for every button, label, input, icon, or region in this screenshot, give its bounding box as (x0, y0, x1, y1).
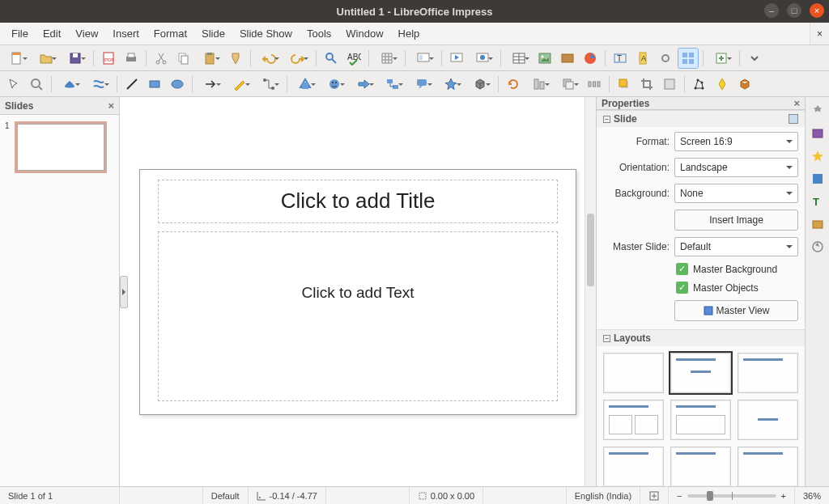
window-minimize-button[interactable]: – (764, 3, 779, 18)
sidebar-tab-master-slides[interactable] (809, 170, 827, 188)
status-object-size[interactable]: 0.00 x 0.00 (410, 487, 483, 504)
connector-button[interactable] (255, 74, 283, 95)
status-cursor-position[interactable]: -0.14 / -4.77 (249, 487, 326, 504)
layout-blank[interactable] (603, 353, 664, 393)
polygon-edit-button[interactable] (689, 74, 710, 95)
callouts-button[interactable] (408, 74, 436, 95)
master-view-button[interactable]: Master View (674, 300, 798, 321)
arrow-line-button[interactable] (197, 74, 224, 95)
format-combo[interactable]: Screen 16:9 (674, 132, 798, 151)
orientation-combo[interactable]: Landscape (674, 158, 798, 177)
menu-slide[interactable]: Slide (195, 24, 232, 43)
menu-tools[interactable]: Tools (300, 24, 338, 43)
menu-file[interactable]: File (5, 24, 35, 43)
layout-opt-9[interactable] (738, 447, 798, 487)
sidebar-tab-styles[interactable]: T (809, 193, 827, 210)
image-button[interactable] (534, 48, 555, 69)
slide-canvas[interactable]: Click to add Title Click to add Text (139, 169, 576, 415)
grid-button[interactable] (373, 48, 401, 69)
layout-two-content[interactable] (603, 400, 664, 440)
sidebar-tab-properties[interactable] (809, 102, 827, 120)
insert-image-button[interactable]: Insert Image (674, 210, 798, 231)
textbox-button[interactable]: T (610, 48, 631, 69)
basic-shapes-button[interactable] (291, 74, 319, 95)
scrollbar-thumb[interactable] (587, 214, 594, 286)
spellcheck-button[interactable]: ABC (343, 48, 364, 69)
master-slide-combo[interactable]: Default (674, 237, 798, 256)
views-grid-button[interactable] (678, 48, 699, 69)
status-zoom-slider[interactable]: − + (669, 487, 795, 504)
layouts-section-header[interactable]: – Layouts (597, 330, 805, 346)
new-slide-button[interactable] (708, 48, 735, 69)
window-maximize-button[interactable]: □ (787, 3, 801, 18)
slide-section-header[interactable]: – Slide (597, 111, 805, 127)
layout-centered-text[interactable] (738, 400, 798, 440)
copy-button[interactable] (173, 48, 194, 69)
rectangle-button[interactable] (144, 74, 165, 95)
av-button[interactable] (557, 48, 578, 69)
chart-button[interactable] (580, 48, 601, 69)
background-combo[interactable]: None (674, 184, 798, 203)
zoom-in-icon[interactable]: + (781, 491, 786, 501)
hyperlink-button[interactable] (655, 48, 676, 69)
zoom-slider-knob[interactable] (707, 491, 713, 501)
overflow-button[interactable] (744, 48, 765, 69)
master-background-checkbox-row[interactable]: ✓ Master Background (676, 263, 798, 275)
new-file-button[interactable] (3, 48, 31, 69)
table-button[interactable] (505, 48, 533, 69)
zoom-pan-button[interactable] (26, 74, 47, 95)
print-button[interactable] (121, 48, 142, 69)
status-language[interactable]: English (India) (567, 487, 640, 504)
vertical-scrollbar[interactable] (585, 97, 596, 486)
crop-button[interactable] (636, 74, 657, 95)
sidebar-tab-slide-transition[interactable] (809, 125, 827, 142)
line-style-button[interactable] (85, 74, 113, 95)
document-tab-close[interactable]: × (810, 23, 829, 45)
start-beginning-button[interactable] (446, 48, 467, 69)
pdf-export-button[interactable]: PDF (98, 48, 119, 69)
menu-help[interactable]: Help (392, 24, 427, 43)
layout-title-content[interactable] (670, 353, 731, 393)
start-current-button[interactable] (469, 48, 496, 69)
master-objects-checkbox-row[interactable]: ✓ Master Objects (676, 282, 798, 294)
flowchart-button[interactable] (379, 74, 406, 95)
find-replace-button[interactable] (321, 48, 342, 69)
cut-button[interactable] (151, 48, 172, 69)
window-close-button[interactable]: × (810, 3, 824, 18)
textbox-vertical-button[interactable]: A (632, 48, 653, 69)
layout-opt-7[interactable] (603, 447, 664, 487)
panel-collapse-handle-left[interactable] (120, 276, 128, 308)
layout-title-content-alt[interactable] (670, 400, 731, 440)
clone-format-button[interactable] (225, 48, 246, 69)
status-slide-count[interactable]: Slide 1 of 1 (0, 487, 120, 504)
rotate-button[interactable] (503, 74, 524, 95)
layout-title-only[interactable] (738, 353, 798, 393)
layout-opt-8[interactable] (670, 447, 731, 487)
symbol-shapes-button[interactable] (321, 74, 348, 95)
title-placeholder[interactable]: Click to add Title (158, 180, 558, 223)
properties-panel-close[interactable]: × (793, 97, 800, 109)
pencil-line-button[interactable] (226, 74, 253, 95)
line-button[interactable] (121, 74, 142, 95)
fill-color-button[interactable] (56, 74, 83, 95)
more-options-icon[interactable] (789, 114, 798, 124)
redo-button[interactable] (284, 48, 312, 69)
display-views-button[interactable] (410, 48, 437, 69)
status-master[interactable]: Default (203, 487, 249, 504)
block-arrows-button[interactable] (350, 74, 377, 95)
menu-format[interactable]: Format (147, 24, 193, 43)
slide-thumbnail-1[interactable]: 1 (5, 121, 114, 173)
open-file-button[interactable] (32, 48, 60, 69)
3d-objects-button[interactable] (466, 74, 494, 95)
gluepoints-button[interactable] (712, 74, 733, 95)
menu-insert[interactable]: Insert (106, 24, 146, 43)
ellipse-button[interactable] (167, 74, 188, 95)
distribute-button[interactable] (584, 74, 605, 95)
stars-button[interactable] (437, 74, 465, 95)
arrange-button[interactable] (555, 74, 582, 95)
filter-button[interactable] (659, 74, 680, 95)
status-zoom-percent[interactable]: 36% (795, 487, 829, 504)
sidebar-tab-gallery[interactable] (809, 215, 827, 233)
zoom-slider-track[interactable] (687, 494, 776, 498)
paste-button[interactable] (196, 48, 223, 69)
